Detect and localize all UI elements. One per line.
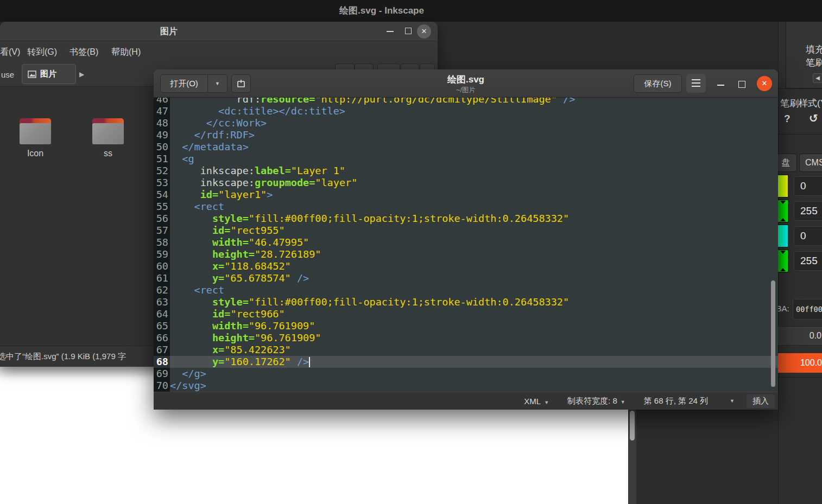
editor-text-area[interactable]: 4647484950515253545556575859606162636465… [154, 98, 778, 392]
collapse-panel-icon[interactable]: ◀ [813, 73, 822, 83]
line-number: 48 [154, 117, 170, 129]
code-line: </rdf:RDF> [170, 129, 778, 141]
text-cursor [309, 357, 310, 367]
selection-status-text: 选中了“绘图.svg” (1.9 KiB (1,979 字 [0, 346, 126, 367]
close-icon[interactable]: ✕ [417, 24, 431, 39]
slider-handle[interactable] [780, 251, 786, 254]
line-number: 65 [154, 320, 170, 332]
editor-scrollbar-thumb[interactable] [771, 280, 775, 387]
reset-icon[interactable]: ↺ [809, 112, 818, 125]
line-number: 64 [154, 308, 170, 320]
chevron-down-icon: ▼ [544, 400, 549, 405]
line-number: 46 [154, 98, 170, 105]
file-manager-titlebar[interactable]: 图片 ✕ [0, 22, 438, 41]
folder-name: ss [92, 149, 124, 158]
file-manager-menubar: 看(V)转到(G)书签(B)帮助(H) [0, 41, 438, 62]
desktop-top-bar: 绘图.svg - Inkscape [0, 0, 822, 22]
folder-icon [92, 118, 124, 144]
open-button[interactable]: 打开(O) [160, 74, 208, 93]
rgba-hex-field[interactable]: 00ff00ff [793, 299, 822, 320]
minimize-icon[interactable] [717, 85, 724, 86]
code-lines[interactable]: rdf:resource="http://purl.org/dc/dcmityp… [170, 98, 778, 392]
image-icon [28, 71, 36, 78]
code-line: <rect [170, 284, 778, 296]
canvas-scrollbar-thumb[interactable] [630, 411, 635, 441]
line-number: 57 [154, 225, 170, 237]
menu-item-帮助(H)[interactable]: 帮助(H) [111, 41, 141, 62]
line-number: 69 [154, 368, 170, 380]
location-tab[interactable]: 图片 [22, 64, 76, 84]
code-line: inkscape:groupmode="layer" [170, 177, 778, 189]
stroke-style-tab[interactable]: 笔刷样式(Y [780, 97, 822, 110]
slider-r-value[interactable]: 0 [794, 176, 822, 196]
slider-handle[interactable] [780, 201, 786, 204]
insert-mode-indicator[interactable]: 插入 [747, 394, 775, 408]
cursor-position: 第 68 行, 第 24 列 [644, 396, 708, 406]
folder-icon [20, 118, 51, 144]
maximize-icon[interactable] [405, 28, 412, 34]
panel-divider [778, 88, 822, 89]
menu-item-书签(B)[interactable]: 书签(B) [69, 41, 98, 62]
tab-cms[interactable]: CMS [799, 154, 822, 172]
line-number: 47 [154, 105, 170, 117]
minimize-icon[interactable] [387, 31, 394, 32]
open-dropdown-icon[interactable]: ▼ [207, 74, 227, 93]
menu-item-看(V)[interactable]: 看(V) [0, 41, 20, 62]
code-line: id="layer1"> [170, 189, 778, 201]
line-number: 55 [154, 201, 170, 213]
folder-item-Icon[interactable]: Icon [20, 118, 51, 158]
line-number: 59 [154, 248, 170, 260]
code-line: id="rect955" [170, 225, 778, 237]
hamburger-menu-button[interactable] [686, 74, 706, 93]
code-line: id="rect966" [170, 308, 778, 320]
code-line: x="118.68452" [170, 260, 778, 272]
maximize-icon[interactable] [738, 81, 745, 88]
line-number: 66 [154, 332, 170, 344]
line-number: 67 [154, 344, 170, 356]
code-line: <rect [170, 201, 778, 213]
chevron-down-icon[interactable]: ▼ [730, 398, 735, 404]
code-line: style="fill:#00ff00;fill-opacity:1;strok… [170, 296, 778, 308]
line-number: 50 [154, 141, 170, 153]
new-document-icon [236, 78, 246, 89]
line-number: 54 [154, 189, 170, 201]
code-line: </metadata> [170, 141, 778, 153]
language-selector[interactable]: XML▼ [524, 397, 549, 406]
code-line: </svg> [170, 380, 778, 392]
fill-label: 填充 [806, 43, 822, 56]
code-line: x="85.422623" [170, 344, 778, 356]
code-line: </g> [170, 368, 778, 380]
menu-item-转到(G)[interactable]: 转到(G) [27, 41, 57, 62]
close-icon[interactable]: ✕ [757, 76, 772, 91]
panel-divider [778, 134, 822, 135]
tab-width-selector[interactable]: 制表符宽度: 8▼ [567, 396, 625, 406]
slider-b-value[interactable]: 0 [794, 226, 822, 246]
editor-statusbar: XML▼ 制表符宽度: 8▼ 第 68 行, 第 24 列 ▼ 插入 [154, 392, 778, 410]
code-line: style="fill:#00ff00;fill-opacity:1;strok… [170, 213, 778, 225]
text-editor-window: 绘图.svg ~/图片 打开(O) ▼ 保存(S) ✕ [154, 69, 778, 410]
line-number: 61 [154, 272, 170, 284]
line-number-gutter: 4647484950515253545556575859606162636465… [154, 98, 170, 392]
chevron-right-icon[interactable]: ▶ [79, 62, 84, 87]
new-document-button[interactable] [231, 74, 251, 93]
save-button[interactable]: 保存(S) [634, 74, 682, 93]
code-line: <g [170, 153, 778, 165]
chevron-down-icon: ▼ [621, 399, 625, 405]
slider-g-value[interactable]: 255 [794, 201, 822, 221]
folder-item-ss[interactable]: ss [92, 118, 124, 158]
line-number: 70 [154, 380, 170, 392]
code-line: width="46.47995" [170, 237, 778, 248]
code-line: y="65.678574" /> [170, 272, 778, 284]
line-number: 51 [154, 153, 170, 165]
panel-divider [778, 377, 822, 378]
line-number: 58 [154, 237, 170, 248]
path-bar-fragment[interactable]: use [1, 62, 14, 87]
code-line: width="96.761909" [170, 320, 778, 332]
editor-headerbar[interactable]: 绘图.svg ~/图片 打开(O) ▼ 保存(S) ✕ [154, 69, 778, 98]
help-icon[interactable]: ? [784, 113, 791, 125]
code-line: <dc:title></dc:title> [170, 105, 778, 117]
code-line: y="160.17262" /> [170, 356, 778, 368]
line-number: 60 [154, 260, 170, 272]
slider-a-value[interactable]: 255 [794, 251, 822, 271]
line-number: 52 [154, 165, 170, 177]
